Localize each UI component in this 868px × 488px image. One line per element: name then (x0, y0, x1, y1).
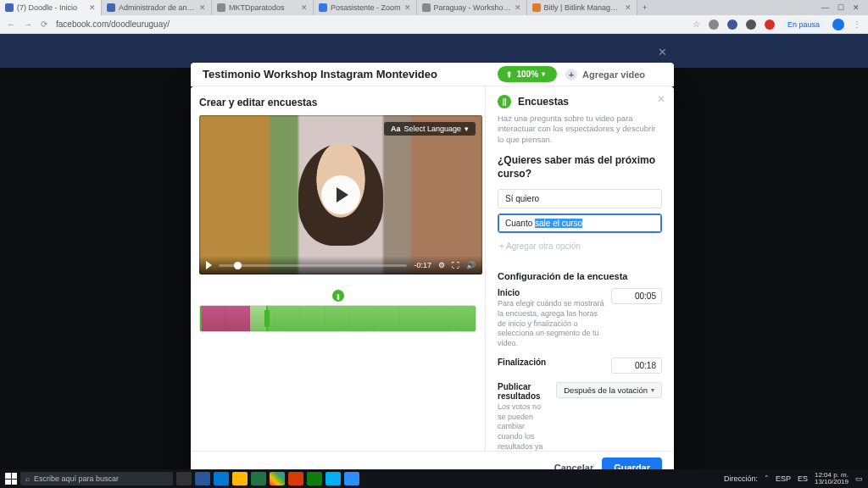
add-video-button[interactable]: Agregar video (565, 69, 645, 80)
preview-cursor[interactable] (200, 305, 268, 332)
app-icon[interactable] (307, 472, 322, 485)
poll-range[interactable] (268, 306, 476, 331)
poll-option-input[interactable]: Sí quiero (498, 189, 662, 208)
help-text: Haz una pregunta sobre tu video para int… (498, 114, 662, 145)
ext-icon[interactable] (765, 19, 775, 30)
tray-chevron-icon[interactable]: ˄ (765, 474, 769, 483)
fullscreen-icon[interactable]: ⛶ (452, 261, 459, 269)
language-select[interactable]: Select Language▾ (384, 122, 476, 136)
end-label: Finalización (498, 358, 604, 367)
menu-icon[interactable]: ⋮ (853, 19, 861, 29)
video-scrubber[interactable] (219, 264, 407, 267)
selected-text: sale el curso (535, 219, 582, 228)
start-button[interactable] (5, 473, 17, 485)
url-field[interactable]: facebook.com/doodleuruguay/ (56, 19, 684, 29)
publish-hint: Los votos no se pueden cambiar cuando lo… (498, 402, 549, 451)
close-icon[interactable]: ✕ (515, 3, 521, 12)
chevron-down-icon: ▾ (465, 125, 469, 133)
app-icon[interactable] (326, 472, 341, 485)
browser-addressbar: ← → ⟳ facebook.com/doodleuruguay/ ☆ En p… (0, 15, 868, 34)
browser-tab[interactable]: (7) Doodle - Inicio✕ (0, 0, 102, 15)
browser-tab[interactable]: MKTDparatodos✕ (212, 0, 314, 15)
tray-clock[interactable]: 12:04 p. m.13/10/2019 (815, 472, 849, 485)
volume-icon[interactable]: 🔊 (466, 261, 476, 269)
window-minimize-icon[interactable]: — (821, 3, 829, 12)
window-maximize-icon[interactable]: ☐ (837, 3, 844, 12)
close-icon[interactable]: ✕ (199, 3, 206, 12)
config-section-title: Configuración de la encuesta (498, 271, 662, 281)
video-player[interactable]: Select Language▾ -0:17 ⚙ ⛶ 🔊 (199, 115, 482, 274)
tray-lang[interactable]: ESP (776, 474, 791, 483)
nav-reload-icon[interactable]: ⟳ (41, 19, 47, 29)
play-button[interactable] (321, 175, 360, 214)
nav-forward-icon[interactable]: → (24, 19, 32, 29)
chevron-down-icon: ▾ (542, 70, 545, 78)
browser-tab[interactable]: Administrador de anuncios - Act✕ (102, 0, 212, 15)
settings-icon[interactable]: ⚙ (438, 261, 445, 269)
left-panel-title: Crear y editar encuestas (199, 97, 476, 108)
close-icon[interactable]: ✕ (625, 3, 632, 12)
poll-option-input[interactable]: Cuanto sale el curso (498, 214, 662, 233)
start-hint: Para elegir cuándo se mostrará la encues… (498, 299, 604, 348)
poll-marker-icon[interactable] (332, 290, 344, 302)
close-icon[interactable]: ✕ (301, 3, 308, 12)
poll-question: ¿Quieres saber más del próximo curso? (498, 153, 662, 180)
end-time-input[interactable]: 00:18 (611, 358, 662, 374)
publish-select[interactable]: Después de la votación (556, 382, 662, 398)
ext-icon[interactable] (746, 19, 756, 30)
task-view-icon[interactable] (176, 472, 192, 485)
right-panel-title: Encuestas (518, 96, 569, 108)
close-icon[interactable]: ✕ (89, 3, 96, 12)
nav-back-icon[interactable]: ← (7, 19, 15, 29)
app-icon[interactable] (214, 472, 229, 485)
video-timeline[interactable] (199, 305, 476, 332)
upload-progress-pill[interactable]: 100%▾ (498, 66, 557, 82)
profile-avatar-icon[interactable] (832, 19, 844, 30)
browser-tab[interactable]: Bitly | Bitlink Management✕ (527, 0, 637, 15)
window-close-icon[interactable]: ✕ (853, 3, 860, 12)
windows-taskbar: Escribe aquí para buscar Dirección: ˄ ES… (0, 469, 868, 488)
edit-video-modal: Testimonio Workshop Instagram Montevideo… (191, 86, 674, 483)
play-icon[interactable] (206, 261, 212, 269)
app-icon[interactable] (344, 472, 359, 485)
app-icon[interactable] (251, 472, 266, 485)
tray-kbd[interactable]: ES (798, 474, 808, 483)
poll-icon: || (498, 95, 511, 108)
start-time-input[interactable]: 00:05 (611, 288, 662, 304)
taskbar-search-input[interactable]: Escribe aquí para buscar (20, 472, 173, 485)
ext-icon[interactable] (727, 19, 737, 30)
app-icon[interactable] (195, 472, 210, 485)
browser-tab[interactable]: Posasistente - Zoom✕ (314, 0, 417, 15)
video-title: Testimonio Workshop Instagram Montevideo (203, 68, 437, 80)
tray-label: Dirección: (724, 474, 758, 483)
close-icon[interactable]: ✕ (657, 93, 665, 105)
start-label: Inicio (498, 288, 604, 297)
browser-tabstrip: (7) Doodle - Inicio✕ Administrador de an… (0, 0, 868, 15)
app-icon[interactable] (270, 472, 285, 485)
video-time: -0:17 (414, 261, 431, 269)
add-option-button[interactable]: + Agregar otra opción (498, 238, 662, 254)
app-icon[interactable] (288, 472, 303, 485)
app-icon[interactable] (232, 472, 248, 485)
new-tab-button[interactable]: + (637, 0, 653, 15)
close-icon[interactable]: ✕ (404, 3, 411, 12)
close-icon[interactable]: ✕ (658, 46, 667, 58)
profile-paused-badge[interactable]: En pausa (783, 19, 824, 30)
ext-icon[interactable] (709, 19, 719, 30)
star-icon[interactable]: ☆ (693, 19, 700, 29)
notifications-icon[interactable]: ▭ (855, 474, 863, 483)
publish-label: Publicar resultados (498, 382, 549, 401)
browser-tab[interactable]: Paraguay - Workshop Doodle✕ (417, 0, 527, 15)
